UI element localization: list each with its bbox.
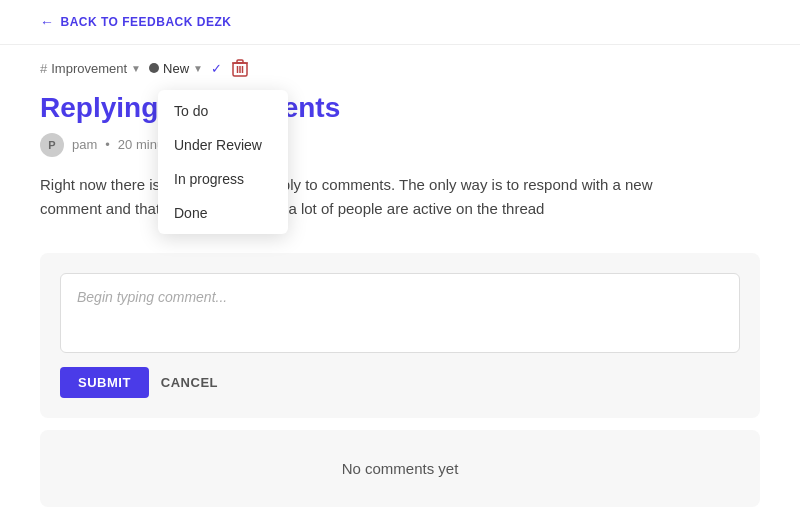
trash-svg-icon	[232, 59, 248, 77]
back-link[interactable]: ← BACK TO FEEDBACK DEZK	[40, 14, 231, 30]
back-arrow-icon: ←	[40, 14, 55, 30]
meta-row: P pam • 20 minutes ago 1	[0, 129, 800, 169]
category-label: Improvement	[51, 61, 127, 76]
back-label: BACK TO FEEDBACK DEZK	[61, 15, 232, 29]
back-nav: ← BACK TO FEEDBACK DEZK	[0, 0, 800, 45]
category-tag[interactable]: # Improvement ▼	[40, 61, 141, 76]
comment-actions: SUBMIT CANCEL	[60, 367, 740, 398]
delete-button[interactable]	[230, 57, 250, 79]
no-comments-section: No comments yet	[40, 430, 760, 507]
check-icon: ✓	[211, 61, 222, 76]
post-body: Right now there is no easy way to reply …	[0, 169, 720, 245]
status-label: New	[163, 61, 189, 76]
dropdown-item-under-review[interactable]: Under Review	[158, 128, 288, 162]
category-chevron-icon: ▼	[131, 63, 141, 74]
dropdown-item-done[interactable]: Done	[158, 196, 288, 230]
submit-button[interactable]: SUBMIT	[60, 367, 149, 398]
dropdown-item-in-progress[interactable]: In progress	[158, 162, 288, 196]
comment-section: Begin typing comment... SUBMIT CANCEL	[40, 253, 760, 418]
tags-row: # Improvement ▼ New ▼ ✓	[0, 45, 800, 79]
status-dot-icon	[149, 63, 159, 73]
status-chevron-icon: ▼	[193, 63, 203, 74]
comment-input-wrapper[interactable]: Begin typing comment...	[60, 273, 740, 353]
svg-rect-2	[237, 60, 243, 63]
author-name: pam	[72, 137, 97, 152]
avatar: P	[40, 133, 64, 157]
cancel-button[interactable]: CANCEL	[161, 375, 218, 390]
dot-separator: •	[105, 137, 110, 152]
status-dropdown: To do Under Review In progress Done	[158, 90, 288, 234]
no-comments-text: No comments yet	[342, 460, 459, 477]
status-tag[interactable]: New ▼	[149, 61, 203, 76]
dropdown-item-todo[interactable]: To do	[158, 94, 288, 128]
comment-placeholder: Begin typing comment...	[77, 289, 227, 305]
page-title: Replying to comments	[0, 79, 800, 129]
hash-icon: #	[40, 61, 47, 76]
